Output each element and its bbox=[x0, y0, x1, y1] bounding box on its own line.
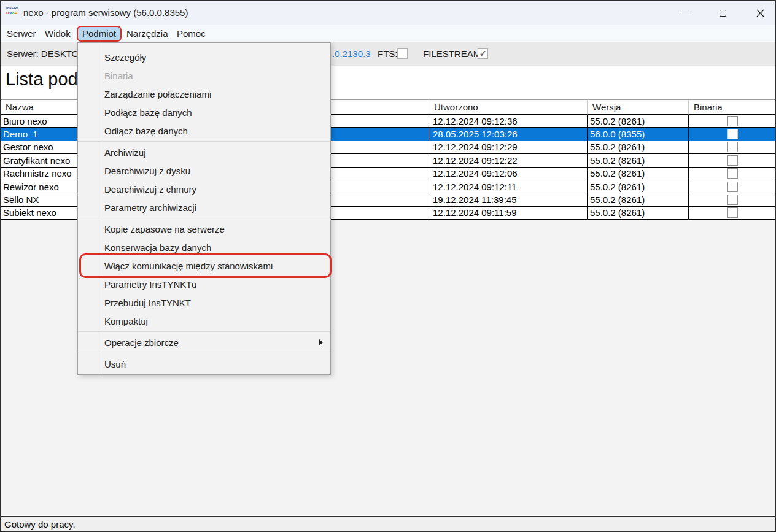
table-row[interactable]: Sello NX bbox=[1, 193, 77, 206]
column-header-binaria[interactable]: Binaria bbox=[689, 99, 776, 115]
binaria-checkbox[interactable] bbox=[728, 155, 738, 166]
fts-label: FTS: bbox=[378, 42, 398, 66]
table-row[interactable]: Biuro nexo bbox=[1, 115, 77, 128]
status-text: Gotowy do pracy. bbox=[4, 517, 76, 532]
maximize-button[interactable] bbox=[708, 1, 737, 25]
menu-widok[interactable]: Widok bbox=[45, 25, 71, 42]
sql-version-fragment: .0.2130.3 bbox=[332, 42, 371, 66]
close-icon bbox=[756, 9, 764, 17]
column-header-wersja[interactable]: Wersja bbox=[588, 99, 689, 115]
binaria-checkbox[interactable] bbox=[728, 129, 738, 139]
table-row[interactable]: Rewizor nexo bbox=[1, 180, 77, 193]
menu-separator bbox=[78, 218, 330, 218]
menu-item-parametry-archiwizacji[interactable]: Parametry archiwizacji bbox=[78, 198, 330, 217]
status-bar: Gotowy do pracy. bbox=[1, 516, 775, 532]
server-name-fragment: Serwer: DESKTOP bbox=[7, 42, 85, 66]
menu-item-operacje-zbiorcze[interactable]: Operacje zbiorcze bbox=[78, 333, 330, 352]
minimize-icon bbox=[681, 13, 689, 13]
table-row[interactable]: Gratyfikant nexo bbox=[1, 154, 77, 167]
binaria-checkbox[interactable] bbox=[728, 168, 738, 179]
filestream-label: FILESTREAM: bbox=[423, 42, 483, 66]
maximize-icon bbox=[720, 10, 726, 17]
table-row[interactable]: Gestor nexo bbox=[1, 141, 77, 154]
insert-nexo-logo-icon: InsERT nexo bbox=[6, 6, 23, 20]
menu-serwer[interactable]: Serwer bbox=[7, 25, 36, 42]
menu-item-kompaktuj[interactable]: Kompaktuj bbox=[78, 312, 330, 330]
menu-item-dearchiwizuj-chmura[interactable]: Dearchiwizuj z chmury bbox=[78, 180, 330, 198]
menu-item-wlacz-komunikacje[interactable]: Włącz komunikację między stanowiskami bbox=[78, 256, 330, 275]
page-title: Lista pod bbox=[6, 69, 78, 90]
checkmark-icon: ✓ bbox=[479, 48, 487, 59]
menu-item-konserwacja-bazy[interactable]: Konserwacja bazy danych bbox=[78, 238, 330, 256]
table-row[interactable]: Rachmistrz nexo bbox=[1, 168, 77, 180]
filestream-checkbox: ✓ bbox=[478, 48, 488, 59]
minimize-button[interactable] bbox=[671, 1, 699, 25]
submenu-arrow-icon bbox=[319, 339, 323, 345]
menu-item-usun[interactable]: Usuń bbox=[78, 355, 330, 373]
menu-separator bbox=[78, 141, 330, 142]
menu-item-dearchiwizuj-dysk[interactable]: Dearchiwizuj z dysku bbox=[78, 161, 330, 180]
binaria-checkbox[interactable] bbox=[728, 195, 738, 205]
menu-item-archiwizuj[interactable]: Archiwizuj bbox=[78, 143, 330, 161]
menu-item-zarzadzanie-polaczeniami[interactable]: Zarządzanie połączeniami bbox=[78, 85, 330, 103]
window-title: nexo - program serwisowy (56.0.0.8355) bbox=[23, 1, 188, 25]
table-row[interactable]: Subiekt nexo bbox=[1, 207, 77, 220]
column-header-nazwa[interactable]: Nazwa bbox=[1, 99, 77, 115]
logo-line2: nexo bbox=[6, 10, 23, 15]
binaria-checkbox[interactable] bbox=[728, 116, 738, 126]
menu-item-szczegoly[interactable]: Szczegóły bbox=[78, 48, 330, 66]
title-bar: InsERT nexo nexo - program serwisowy (56… bbox=[1, 1, 775, 25]
menu-item-binaria: Binaria bbox=[78, 66, 330, 85]
app-window: InsERT nexo nexo - program serwisowy (56… bbox=[0, 0, 776, 532]
menu-item-kopie-zapasowe[interactable]: Kopie zapasowe na serwerze bbox=[78, 220, 330, 238]
fts-checkbox bbox=[397, 48, 408, 59]
menu-podmiot[interactable]: Podmiot bbox=[77, 26, 122, 42]
menu-pomoc[interactable]: Pomoc bbox=[177, 25, 206, 42]
binaria-checkbox[interactable] bbox=[728, 142, 738, 152]
menu-separator bbox=[78, 331, 330, 332]
menu-item-parametry-instynktu[interactable]: Parametry InsTYNKTu bbox=[78, 275, 330, 293]
menu-item-podlacz-baze[interactable]: Podłącz bazę danych bbox=[78, 103, 330, 121]
menu-item-odlacz-baze[interactable]: Odłącz bazę danych bbox=[78, 121, 330, 140]
menu-separator bbox=[78, 353, 330, 353]
menu-bar: Serwer Widok Podmiot Narzędzia Pomoc bbox=[1, 25, 775, 42]
podmiot-dropdown-menu: Szczegóły Binaria Zarządzanie połączenia… bbox=[77, 42, 331, 375]
binaria-checkbox[interactable] bbox=[728, 207, 738, 218]
column-header-utworzono[interactable]: Utworzono bbox=[429, 99, 588, 115]
table-row-selected[interactable]: Demo_1 bbox=[1, 128, 77, 141]
close-button[interactable] bbox=[746, 1, 774, 25]
binaria-checkbox[interactable] bbox=[728, 182, 738, 192]
menu-item-przebuduj-instynkt[interactable]: Przebuduj InsTYNKT bbox=[78, 293, 330, 312]
menu-item-label: Operacje zbiorcze bbox=[104, 337, 179, 348]
menu-narzedzia[interactable]: Narzędzia bbox=[126, 25, 168, 42]
